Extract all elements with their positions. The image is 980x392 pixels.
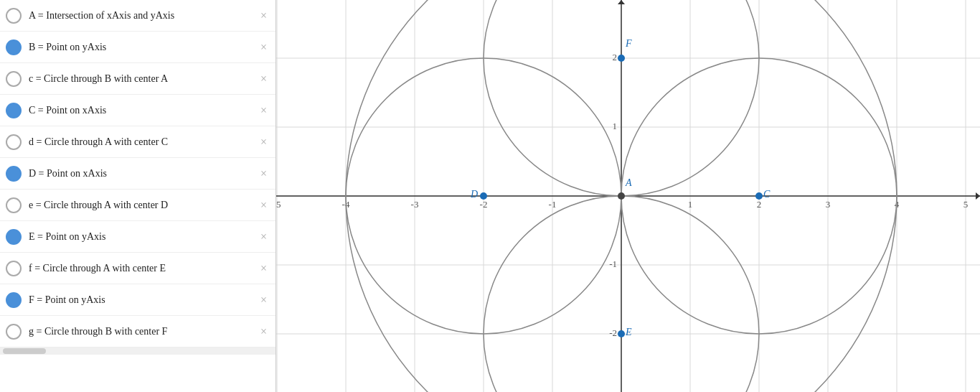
close-icon[interactable]: × [258, 8, 270, 24]
close-icon[interactable]: × [258, 103, 270, 118]
list-item: A = Intersection of xAxis and yAxis× [0, 0, 275, 32]
object-indicator [6, 166, 22, 182]
list-item: e = Circle through A with center D× [0, 190, 275, 221]
object-indicator [6, 103, 22, 118]
close-icon[interactable]: × [258, 229, 270, 245]
object-indicator [6, 39, 22, 55]
object-label: D = Point on xAxis [29, 168, 255, 179]
object-indicator [6, 134, 22, 150]
list-item: D = Point on xAxis× [0, 158, 275, 190]
object-indicator [6, 324, 22, 340]
list-item: d = Circle through A with center C× [0, 126, 275, 158]
close-icon[interactable]: × [258, 134, 270, 150]
list-item: g = Circle through B with center F× [0, 316, 275, 347]
object-indicator [6, 71, 22, 87]
close-icon[interactable]: × [258, 324, 270, 340]
close-icon[interactable]: × [258, 261, 270, 276]
object-label: c = Circle through B with center A [29, 73, 255, 85]
graph-canvas [276, 0, 980, 392]
object-indicator [6, 292, 22, 308]
object-label: E = Point on yAxis [29, 231, 255, 243]
list-item: C = Point on xAxis× [0, 95, 275, 126]
list-item: f = Circle through A with center E× [0, 253, 275, 284]
close-icon[interactable]: × [258, 197, 270, 213]
object-list: A = Intersection of xAxis and yAxis×B = … [0, 0, 276, 392]
graph-canvas-area [276, 0, 980, 392]
object-indicator [6, 197, 22, 213]
object-indicator [6, 8, 22, 24]
close-icon[interactable]: × [258, 292, 270, 308]
close-icon[interactable]: × [258, 39, 270, 55]
list-item: E = Point on yAxis× [0, 221, 275, 253]
list-item: c = Circle through B with center A× [0, 63, 275, 95]
object-label: f = Circle through A with center E [29, 263, 255, 274]
list-item: B = Point on yAxis× [0, 32, 275, 63]
object-label: F = Point on yAxis [29, 294, 255, 306]
object-label: g = Circle through B with center F [29, 326, 255, 337]
close-icon[interactable]: × [258, 166, 270, 182]
object-indicator [6, 261, 22, 276]
object-indicator [6, 229, 22, 245]
object-label: B = Point on yAxis [29, 42, 255, 53]
object-label: C = Point on xAxis [29, 105, 255, 116]
list-item: F = Point on yAxis× [0, 284, 275, 316]
object-label: d = Circle through A with center C [29, 136, 255, 148]
close-icon[interactable]: × [258, 71, 270, 87]
object-label: A = Intersection of xAxis and yAxis [29, 10, 255, 22]
object-label: e = Circle through A with center D [29, 200, 255, 211]
